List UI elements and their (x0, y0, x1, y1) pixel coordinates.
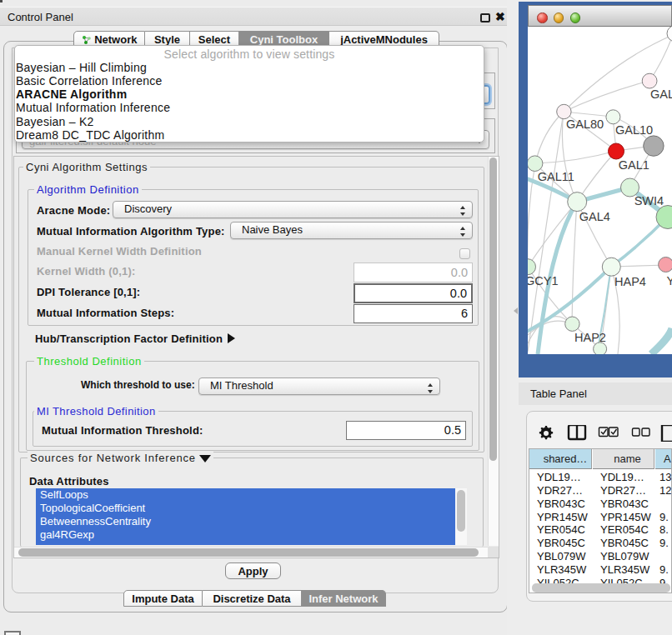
svg-text:GAL7: GAL7 (650, 88, 672, 101)
svg-text:GAL11: GAL11 (538, 170, 574, 183)
svg-text:SWI4: SWI4 (634, 194, 664, 208)
svg-text:GAL80: GAL80 (566, 118, 604, 131)
svg-text:GAL4: GAL4 (579, 210, 610, 223)
svg-text:HAP4: HAP4 (614, 275, 646, 288)
svg-text:Y: Y (667, 274, 672, 288)
svg-text:HAP2: HAP2 (574, 331, 606, 344)
svg-text:GCY1: GCY1 (528, 274, 559, 288)
svg-text:GAL10: GAL10 (615, 123, 653, 137)
svg-text:GAL1: GAL1 (619, 158, 649, 172)
